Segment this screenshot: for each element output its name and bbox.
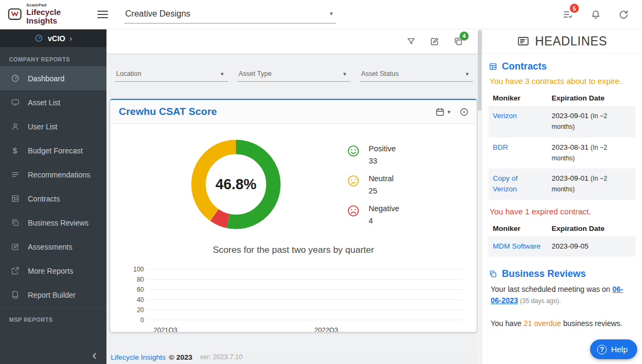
sidebar-item-label: Recommendations — [28, 171, 90, 179]
sidebar-item-business-reviews[interactable]: Business Reviews — [0, 211, 106, 235]
csat-legend: Positive 33 Neutral 25 — [347, 144, 399, 225]
top-bar: ScalePad Lifecycle Insights Creative Des… — [0, 0, 642, 29]
sidebar-item-label: Budget Forecast — [28, 146, 83, 155]
vcio-header[interactable]: vCIO › — [0, 29, 106, 47]
legend-item-neutral: Neutral 25 — [347, 174, 399, 195]
footer-link[interactable]: Lifecycle Insights — [111, 353, 166, 361]
y-tick-label: 100 — [131, 266, 149, 273]
pending-actions-badge: 5 — [570, 4, 579, 13]
scrollbar-thumb[interactable] — [478, 30, 482, 111]
table-row: Copy of Verizon 2023-09-01 (In ~2 months… — [488, 168, 636, 200]
sidebar-item-dashboard[interactable]: Dashboard — [0, 66, 106, 90]
contract-link[interactable]: Verizon — [493, 112, 517, 120]
expiration-date: 2023-08-31 — [552, 143, 588, 151]
y-tick-label: 40 — [131, 296, 149, 304]
chevron-down-icon: ▾ — [330, 10, 333, 17]
contract-link[interactable]: MDM Software — [493, 242, 540, 250]
filter-row: Location ▾ Asset Type ▾ Asset Status ▾ — [106, 53, 482, 82]
sidebar-item-label: More Reports — [28, 267, 73, 275]
quarter-chart-x-axis: 2021Q32022Q3 — [154, 325, 463, 332]
pending-actions-button[interactable]: 5 — [561, 7, 575, 21]
grid-card-icon — [10, 194, 20, 204]
edit-dashboard-button[interactable] — [428, 35, 441, 48]
asset-status-filter-select[interactable]: Asset Status ▾ — [360, 68, 473, 82]
location-filter-select[interactable]: Location ▾ — [115, 68, 228, 82]
drilldown-button[interactable] — [459, 107, 469, 117]
sidebar-item-more-reports[interactable]: More Reports — [0, 259, 106, 283]
business-reviews-section-title: Business Reviews — [488, 268, 636, 280]
legend-item-positive: Positive 33 — [347, 144, 399, 165]
table-row: Verizon 2023-09-01 (In ~2 months) — [488, 106, 636, 137]
copy-dashboard-button[interactable]: 4 — [452, 35, 464, 48]
gridline — [149, 269, 463, 269]
gauge-icon — [34, 34, 43, 43]
filter-label: Location — [116, 70, 141, 78]
monitor-icon — [10, 98, 20, 107]
sidebar-item-budget-forecast[interactable]: $ Budget Forecast — [0, 138, 106, 162]
quarter-score-chart: 100806040200 2021Q32022Q3 — [131, 264, 463, 332]
dashboard-toolbar: 4 — [106, 29, 482, 53]
card-title: Crewhu CSAT Score — [119, 106, 217, 118]
expiration-date: 2023-09-01 — [552, 112, 588, 120]
dollar-icon: $ — [10, 146, 20, 156]
refresh-button[interactable] — [616, 7, 630, 21]
y-tick-row: 20 — [131, 305, 463, 315]
edit-icon — [10, 242, 20, 252]
csat-donut-section: 46.8% Positive 33 — [123, 129, 464, 239]
column-header-moniker: Moniker — [488, 90, 547, 106]
gridline — [149, 309, 463, 310]
external-link-icon — [10, 266, 20, 276]
y-tick-label: 60 — [131, 286, 149, 293]
panel-title: HEADLINES — [535, 34, 607, 49]
vcio-label: vCIO — [48, 34, 65, 43]
company-selector-value: Creative Designs — [125, 9, 190, 19]
sidebar-item-assessments[interactable]: Assessments — [0, 235, 106, 259]
calendar-icon — [435, 107, 445, 117]
contract-link[interactable]: BDR — [493, 143, 508, 151]
headlines-panel: HEADLINES Contracts You have 3 contracts… — [482, 29, 642, 364]
sidebar-item-label: User List — [28, 122, 57, 131]
overdue-count: 21 overdue — [524, 319, 561, 328]
asset-type-filter-select[interactable]: Asset Type ▾ — [238, 68, 350, 82]
sidebar-collapse-button[interactable]: ‹ — [92, 348, 97, 362]
legend-label: Positive — [369, 144, 396, 153]
sidebar-item-asset-list[interactable]: Asset List — [0, 90, 106, 114]
main-scrollbar[interactable] — [478, 29, 482, 364]
chevron-down-icon: ▾ — [220, 71, 224, 78]
copy-count-badge: 4 — [460, 32, 469, 41]
chevron-right-icon: › — [70, 34, 72, 43]
column-header-moniker: Moniker — [488, 221, 547, 236]
list-icon — [10, 170, 20, 180]
app-logo: ScalePad Lifecycle Insights — [7, 3, 88, 26]
chevron-down-icon: ▾ — [447, 109, 450, 115]
company-reports-section-label: COMPANY REPORTS — [0, 47, 106, 66]
meeting-suffix: (35 days ago). — [518, 297, 561, 305]
company-selector[interactable]: Creative Designs ▾ — [124, 6, 336, 24]
main-footer: Lifecycle Insights © 2023 ver: 2023.7.10 — [106, 350, 482, 364]
dashboard-icon — [10, 74, 20, 83]
sidebar-item-contracts[interactable]: Contracts — [0, 187, 106, 211]
filter-button[interactable] — [404, 35, 417, 48]
funnel-icon — [406, 36, 416, 47]
sidebar-item-recommendations[interactable]: Recommendations — [0, 162, 106, 187]
help-button[interactable]: ? Help — [590, 339, 637, 359]
notifications-button[interactable] — [588, 7, 602, 21]
chevron-down-icon: ▾ — [343, 71, 346, 78]
book-icon — [10, 290, 20, 300]
contract-link[interactable]: Copy of Verizon — [493, 174, 518, 193]
expiration-date: 2023-09-05 — [552, 242, 588, 250]
y-tick-label: 20 — [131, 306, 149, 314]
legend-value: 4 — [369, 216, 399, 225]
smiley-neutral-icon — [347, 174, 360, 188]
sidebar-item-user-list[interactable]: User List — [0, 114, 106, 138]
target-icon — [459, 107, 469, 117]
card-header: Crewhu CSAT Score ▾ — [110, 100, 477, 124]
user-icon — [10, 122, 20, 131]
sidebar-item-report-builder[interactable]: Report Builder — [0, 283, 106, 307]
y-tick-label: 0 — [131, 316, 149, 324]
expiring-contracts-warning: You have 3 contracts about to expire. — [490, 76, 635, 86]
date-range-button[interactable]: ▾ — [435, 107, 450, 117]
sidebar-item-label: Dashboard — [28, 74, 65, 83]
menu-toggle-button[interactable] — [95, 9, 110, 20]
gridline — [149, 320, 463, 320]
